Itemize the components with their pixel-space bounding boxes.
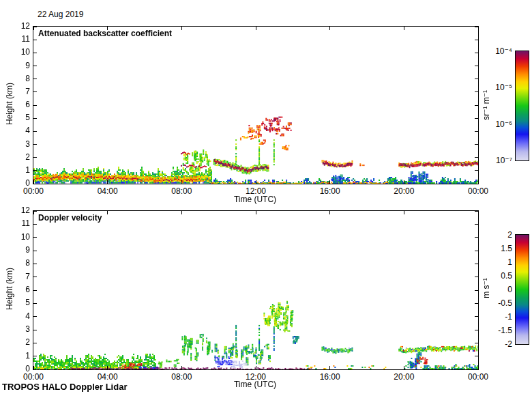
tick-mark bbox=[33, 211, 37, 212]
tick-mark bbox=[33, 118, 37, 119]
tick-mark bbox=[475, 53, 478, 53]
colorbar-tick-label: 10⁻⁵ bbox=[495, 83, 512, 92]
tick-mark bbox=[256, 366, 256, 369]
tick-mark bbox=[478, 27, 479, 30]
tick-mark bbox=[33, 184, 37, 184]
tick-mark bbox=[404, 211, 404, 214]
tick-mark bbox=[475, 251, 478, 251]
tick-mark bbox=[404, 366, 404, 369]
velocity-colorbar-gradient bbox=[516, 235, 529, 344]
tick-mark bbox=[478, 211, 479, 214]
tick-mark bbox=[33, 170, 37, 171]
y-tick-label: 11 bbox=[11, 34, 30, 44]
colorbar-tick-label: 1 bbox=[507, 257, 512, 267]
tick-mark bbox=[475, 105, 478, 106]
tick-mark bbox=[33, 343, 37, 343]
colorbar-tick-label: 2 bbox=[507, 230, 512, 240]
colorbar-tick-label: -2 bbox=[505, 339, 512, 349]
tick-mark bbox=[33, 277, 37, 277]
y-tick-label: 1 bbox=[11, 165, 30, 175]
tick-mark bbox=[33, 144, 37, 145]
tick-mark bbox=[475, 237, 478, 238]
backscatter-colorbar: 10⁻⁴10⁻⁵10⁻⁶10⁻⁷ bbox=[515, 51, 529, 161]
tick-mark bbox=[256, 211, 256, 214]
tick-mark bbox=[404, 180, 404, 184]
tick-mark bbox=[475, 290, 478, 291]
tick-mark bbox=[181, 180, 182, 184]
tick-mark bbox=[33, 369, 37, 370]
tick-mark bbox=[475, 184, 478, 184]
backscatter-colorbar-unit: sr⁻¹ m⁻¹ bbox=[482, 64, 491, 146]
colorbar-tick-label: 10⁻⁶ bbox=[495, 119, 512, 129]
lidar-quicklook-figure: 22 Aug 2019 Attenuated backscatter coeff… bbox=[0, 0, 532, 396]
tick-mark bbox=[404, 27, 404, 30]
tick-mark bbox=[33, 303, 37, 304]
y-tick-label: 11 bbox=[11, 218, 30, 228]
colorbar-tick-label: 0 bbox=[507, 285, 512, 294]
y-axis-label-top: Height (km) bbox=[5, 63, 14, 145]
tick-mark bbox=[475, 118, 478, 119]
backscatter-colorbar-gradient bbox=[516, 51, 529, 160]
tick-mark bbox=[475, 27, 478, 27]
y-axis-label-bottom: Height (km) bbox=[5, 248, 14, 330]
tick-mark bbox=[475, 356, 478, 356]
instrument-label: TROPOS HALO Doppler Lidar bbox=[2, 382, 127, 392]
tick-mark bbox=[475, 91, 478, 92]
tick-mark bbox=[329, 211, 330, 214]
velocity-colorbar-unit: m s⁻¹ bbox=[482, 247, 491, 329]
colorbar-tick-label: -0.5 bbox=[498, 298, 512, 308]
y-tick-label: 10 bbox=[11, 47, 30, 57]
tick-mark bbox=[475, 316, 478, 317]
velocity-colorbar: 21.510.50-0.5-1-1.5-2 bbox=[515, 234, 529, 345]
tick-mark bbox=[107, 180, 108, 184]
y-tick-label: 12 bbox=[11, 21, 30, 31]
y-tick-label: 10 bbox=[11, 232, 30, 242]
velocity-heatmap bbox=[33, 211, 478, 369]
tick-mark bbox=[107, 27, 108, 30]
tick-mark bbox=[256, 27, 256, 30]
tick-mark bbox=[256, 180, 256, 184]
tick-mark bbox=[107, 211, 108, 214]
tick-mark bbox=[475, 79, 478, 79]
tick-mark bbox=[33, 27, 37, 27]
tick-mark bbox=[33, 264, 37, 264]
tick-mark bbox=[33, 237, 37, 238]
colorbar-tick-label: 1.5 bbox=[501, 244, 512, 253]
tick-mark bbox=[33, 91, 37, 92]
velocity-panel-title: Doppler velocity bbox=[38, 213, 102, 223]
tick-mark bbox=[33, 131, 37, 132]
colorbar-tick-label: -1.5 bbox=[498, 326, 512, 335]
tick-mark bbox=[33, 66, 37, 66]
tick-mark bbox=[475, 131, 478, 132]
tick-mark bbox=[33, 27, 34, 30]
tick-mark bbox=[475, 303, 478, 304]
tick-mark bbox=[475, 157, 478, 158]
tick-mark bbox=[181, 27, 182, 30]
y-tick-label: 1 bbox=[11, 351, 30, 360]
tick-mark bbox=[475, 330, 478, 330]
colorbar-tick-label: 10⁻⁴ bbox=[495, 46, 512, 56]
tick-mark bbox=[107, 366, 108, 369]
tick-mark bbox=[33, 251, 37, 251]
tick-mark bbox=[33, 105, 37, 106]
tick-mark bbox=[475, 277, 478, 277]
y-tick-label: 2 bbox=[11, 152, 30, 162]
date-label: 22 Aug 2019 bbox=[38, 10, 83, 19]
colorbar-tick-label: 0.5 bbox=[501, 271, 512, 281]
tick-mark bbox=[475, 343, 478, 343]
tick-mark bbox=[181, 211, 182, 214]
y-tick-label: 2 bbox=[11, 337, 30, 347]
tick-mark bbox=[181, 366, 182, 369]
tick-mark bbox=[475, 66, 478, 66]
tick-mark bbox=[33, 316, 37, 317]
backscatter-panel-title: Attenuated backscatter coefficient bbox=[38, 29, 172, 38]
tick-mark bbox=[33, 79, 37, 79]
tick-mark bbox=[475, 170, 478, 171]
tick-mark bbox=[475, 40, 478, 40]
tick-mark bbox=[33, 290, 37, 291]
tick-mark bbox=[475, 224, 478, 225]
tick-mark bbox=[475, 369, 478, 370]
tick-mark bbox=[33, 356, 37, 356]
tick-mark bbox=[33, 40, 37, 40]
tick-mark bbox=[329, 27, 330, 30]
